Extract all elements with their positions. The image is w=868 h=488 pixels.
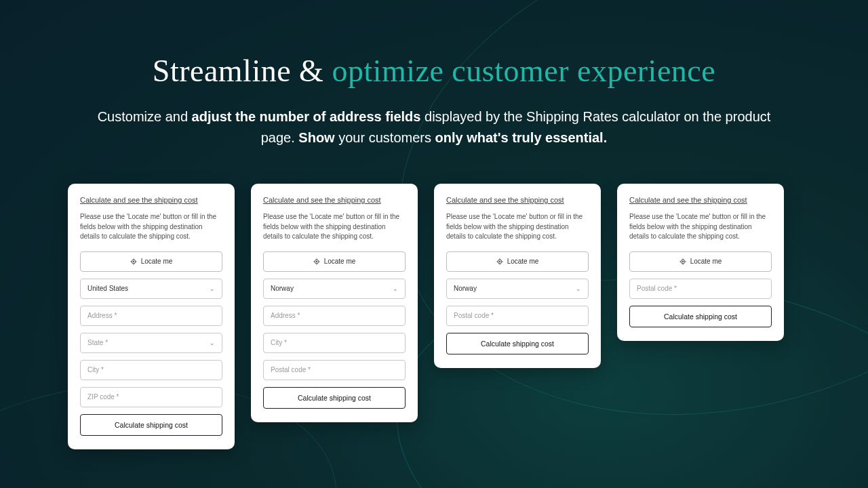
svg-point-7 — [316, 261, 317, 262]
calculate-button[interactable]: Calculate shipping cost — [263, 387, 406, 409]
chevron-down-icon: ⌄ — [210, 285, 215, 292]
locate-me-button[interactable]: Locate me — [80, 251, 222, 272]
card-description: Please use the 'Locate me' button or fil… — [446, 212, 589, 242]
page-subheadline: Customize and adjust the number of addre… — [88, 106, 780, 148]
crosshair-icon — [313, 258, 320, 265]
locate-me-label: Locate me — [690, 258, 722, 265]
address-input[interactable]: Address * — [263, 306, 406, 326]
locate-me-button[interactable]: Locate me — [629, 251, 772, 272]
crosshair-icon — [496, 258, 503, 265]
card-description: Please use the 'Locate me' button or fil… — [263, 212, 406, 242]
chevron-down-icon: ⌄ — [576, 285, 581, 292]
shipping-card-full: Calculate and see the shipping cost Plea… — [68, 184, 235, 449]
svg-point-19 — [682, 261, 684, 262]
headline-part1: Streamline & — [153, 54, 332, 88]
chevron-down-icon: ⌄ — [210, 340, 215, 346]
city-input[interactable]: City * — [263, 333, 406, 353]
card-description: Please use the 'Locate me' button or fil… — [80, 212, 222, 242]
card-title: Calculate and see the shipping cost — [629, 196, 772, 204]
calculate-button[interactable]: Calculate shipping cost — [80, 414, 222, 436]
postal-input[interactable]: Postal code * — [446, 306, 589, 326]
shipping-card-small: Calculate and see the shipping cost Plea… — [434, 184, 601, 368]
crosshair-icon — [130, 258, 137, 265]
postal-input[interactable]: Postal code * — [629, 279, 772, 299]
state-select[interactable]: State * ⌄ — [80, 333, 222, 353]
calculate-button[interactable]: Calculate shipping cost — [446, 333, 589, 354]
shipping-card-minimal: Calculate and see the shipping cost Plea… — [617, 184, 784, 341]
card-description: Please use the 'Locate me' button or fil… — [629, 212, 772, 242]
city-input[interactable]: City * — [80, 360, 222, 380]
country-value: Norway — [271, 285, 294, 292]
locate-me-button[interactable]: Locate me — [263, 251, 406, 272]
card-title: Calculate and see the shipping cost — [446, 196, 589, 204]
country-select[interactable]: United States ⌄ — [80, 279, 222, 299]
cards-row: Calculate and see the shipping cost Plea… — [0, 184, 868, 449]
crosshair-icon — [679, 258, 686, 265]
country-select[interactable]: Norway ⌄ — [446, 279, 589, 299]
page-headline: Streamline & optimize customer experienc… — [0, 53, 868, 89]
address-input[interactable]: Address * — [80, 306, 222, 326]
locate-me-label: Locate me — [141, 258, 173, 265]
headline-part2: optimize customer experience — [332, 54, 715, 88]
state-placeholder: State * — [87, 339, 108, 346]
svg-point-1 — [133, 261, 134, 262]
svg-point-13 — [499, 261, 500, 262]
shipping-card-medium: Calculate and see the shipping cost Plea… — [251, 184, 418, 422]
locate-me-button[interactable]: Locate me — [446, 251, 589, 272]
country-select[interactable]: Norway ⌄ — [263, 279, 406, 299]
country-value: United States — [87, 285, 128, 292]
postal-input[interactable]: Postal code * — [263, 360, 406, 380]
card-title: Calculate and see the shipping cost — [263, 196, 406, 204]
locate-me-label: Locate me — [507, 258, 539, 265]
card-title: Calculate and see the shipping cost — [80, 196, 222, 204]
chevron-down-icon: ⌄ — [393, 285, 398, 292]
calculate-button[interactable]: Calculate shipping cost — [629, 306, 772, 327]
country-value: Norway — [454, 285, 477, 292]
zip-input[interactable]: ZIP code * — [80, 387, 222, 407]
locate-me-label: Locate me — [324, 258, 356, 265]
